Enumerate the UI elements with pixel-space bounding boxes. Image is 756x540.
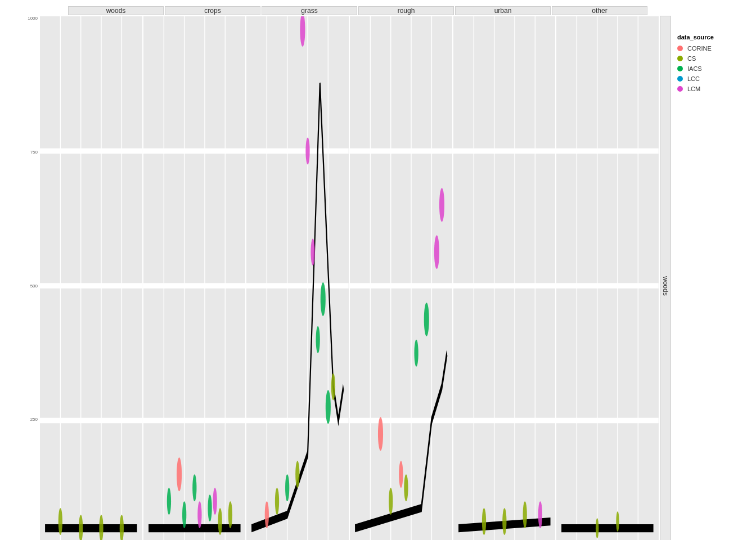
svg-point-57 bbox=[439, 188, 444, 222]
col-header-urban: urban bbox=[455, 6, 551, 15]
svg-point-79 bbox=[616, 511, 619, 532]
legend-dot-lcm bbox=[677, 86, 683, 92]
row-woods: 1000 750 500 250 0 bbox=[17, 16, 672, 540]
legend-dot-lcc bbox=[677, 76, 683, 82]
svg-point-19 bbox=[182, 501, 186, 528]
legend-label-corine: CORINE bbox=[687, 45, 712, 52]
svg-point-24 bbox=[177, 457, 182, 491]
svg-point-38 bbox=[321, 282, 326, 316]
y-ticks-woods: 1000 750 500 250 0 bbox=[17, 16, 39, 540]
legend-label-lcm: LCM bbox=[687, 86, 700, 92]
svg-point-37 bbox=[316, 326, 320, 353]
svg-point-25 bbox=[197, 501, 201, 528]
svg-point-44 bbox=[265, 501, 269, 528]
legend-label-lcc: LCC bbox=[687, 75, 700, 82]
cell-woods-urban bbox=[453, 16, 556, 540]
svg-point-35 bbox=[306, 138, 310, 165]
legend-dot-iacs bbox=[677, 66, 683, 71]
legend-item-cs: CS bbox=[677, 55, 750, 62]
cell-woods-other bbox=[556, 16, 659, 540]
col-header-rough: rough bbox=[358, 6, 454, 15]
svg-point-22 bbox=[218, 508, 222, 535]
col-header-woods: woods bbox=[68, 6, 164, 15]
grid-area: Area, m² 1000 750 500 250 0 bbox=[6, 16, 672, 540]
cell-woods-grass bbox=[246, 16, 349, 540]
svg-point-52 bbox=[378, 417, 383, 451]
y-axis-label: Area, m² bbox=[6, 16, 17, 540]
svg-point-41 bbox=[275, 488, 279, 515]
svg-point-59 bbox=[404, 474, 408, 501]
legend-label-iacs: IACS bbox=[687, 65, 702, 72]
svg-point-40 bbox=[296, 461, 300, 488]
svg-point-10 bbox=[120, 515, 124, 540]
cell-woods-woods bbox=[40, 16, 142, 540]
legend-dot-cs bbox=[677, 56, 683, 61]
svg-point-21 bbox=[208, 494, 212, 521]
cell-woods-crops bbox=[143, 16, 246, 540]
svg-point-58 bbox=[389, 488, 393, 515]
svg-point-69 bbox=[523, 501, 526, 528]
chart-container: woods crops grass rough urban other Area… bbox=[0, 0, 756, 540]
col-header-crops: crops bbox=[165, 6, 260, 15]
cell-woods-rough bbox=[350, 16, 452, 540]
legend-item-iacs: IACS bbox=[677, 65, 750, 72]
col-headers: woods crops grass rough urban other bbox=[37, 6, 660, 16]
svg-point-43 bbox=[331, 374, 335, 400]
col-header-grass: grass bbox=[262, 6, 357, 15]
svg-point-54 bbox=[414, 340, 418, 367]
svg-point-55 bbox=[424, 303, 429, 336]
cells-row-woods bbox=[39, 16, 659, 540]
legend-label-cs: CS bbox=[687, 55, 696, 62]
rows-area: 1000 750 500 250 0 bbox=[17, 16, 672, 540]
svg-point-70 bbox=[538, 501, 542, 528]
svg-point-68 bbox=[502, 508, 506, 535]
legend-area: data_source CORINE CS IACS LCC LCM bbox=[672, 6, 750, 534]
svg-point-7 bbox=[58, 508, 62, 535]
svg-point-8 bbox=[79, 515, 83, 540]
legend-item-lcc: LCC bbox=[677, 75, 750, 82]
legend-title: data_source bbox=[677, 34, 750, 40]
svg-point-78 bbox=[596, 518, 598, 538]
svg-point-56 bbox=[434, 235, 439, 269]
svg-point-36 bbox=[311, 238, 315, 266]
svg-point-34 bbox=[300, 16, 305, 47]
main-area: woods crops grass rough urban other Area… bbox=[6, 6, 672, 534]
svg-point-9 bbox=[99, 515, 103, 540]
svg-point-20 bbox=[192, 474, 196, 501]
svg-point-26 bbox=[213, 488, 217, 515]
svg-point-42 bbox=[326, 390, 331, 424]
legend-dot-corine bbox=[677, 46, 683, 51]
row-label-woods: woods bbox=[659, 16, 672, 540]
legend-item-lcm: LCM bbox=[677, 86, 750, 92]
svg-point-53 bbox=[399, 461, 403, 488]
svg-point-67 bbox=[482, 508, 486, 535]
svg-point-18 bbox=[166, 488, 170, 515]
svg-point-23 bbox=[228, 501, 232, 528]
legend-item-corine: CORINE bbox=[677, 45, 750, 52]
svg-point-39 bbox=[285, 474, 289, 501]
col-header-other: other bbox=[552, 6, 647, 15]
